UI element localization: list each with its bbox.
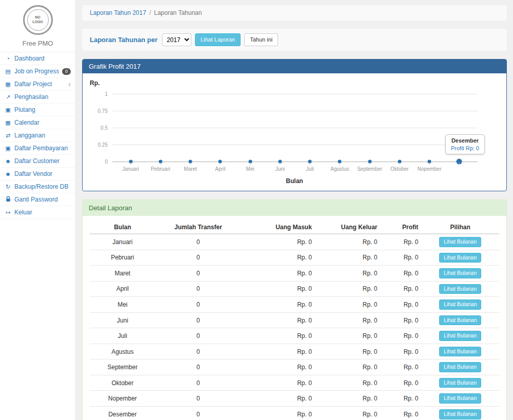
cell-pilihan: Lihat Bulanan: [421, 234, 499, 250]
cell-bulan: Juni: [90, 312, 155, 328]
detail-panel-title: Detail Laporan: [83, 200, 506, 216]
cell-uang-keluar: Rp. 0: [315, 407, 381, 420]
calendar-icon: ▦: [5, 120, 11, 126]
sidebar-item-label: Ganti Password: [14, 196, 58, 203]
cell-uang-masuk: Rp. 0: [241, 344, 315, 359]
y-axis-title: Rp.: [90, 79, 499, 87]
breadcrumb-separator: /: [149, 9, 151, 16]
cell-uang-keluar: Rp. 0: [315, 344, 381, 359]
cell-uang-keluar: Rp. 0: [315, 266, 381, 282]
tahun-ini-button[interactable]: Tahun ini: [244, 33, 278, 46]
table-row: April0Rp. 0Rp. 0Rp. 0Lihat Bulanan: [90, 281, 499, 297]
x-tick-mark: [459, 163, 460, 165]
sidebar-item-daftar-pembayaran[interactable]: ▣Daftar Pembayaran: [0, 142, 75, 155]
cell-profit: Rp. 0: [381, 407, 422, 420]
cell-bulan: Oktober: [90, 375, 155, 391]
sidebar-item-label: Daftar Customer: [14, 157, 60, 165]
x-tick-mark: [399, 163, 400, 165]
sidebar-item-daftar-project[interactable]: ▦Daftar Project‹: [0, 78, 75, 91]
lihat-bulanan-button[interactable]: Lihat Bulanan: [439, 284, 481, 294]
filter-label: Laporan Tahunan per: [90, 36, 157, 44]
brand-name: Free PMO: [0, 39, 75, 47]
cell-profit: Rp. 0: [381, 359, 422, 375]
gridline: [112, 111, 478, 111]
cell-profit: Rp. 0: [381, 328, 422, 344]
logo: NO LOGO: [23, 5, 53, 35]
lihat-bulanan-button[interactable]: Lihat Bulanan: [439, 347, 481, 357]
gridline: [112, 94, 478, 94]
sidebar: NO LOGO Free PMO ◔Dashboard▤Job on Progr…: [0, 0, 76, 420]
sidebar-item-langganan[interactable]: ⇄Langganan: [0, 129, 75, 142]
y-tick-label: 0.25: [98, 142, 108, 148]
cell-uang-keluar: Rp. 0: [315, 359, 381, 375]
cell-bulan: April: [90, 281, 155, 297]
cell-pilihan: Lihat Bulanan: [421, 266, 499, 282]
x-tick-mark: [340, 163, 340, 165]
sidebar-item-daftar-vendor[interactable]: ☻Daftar Vendor: [0, 168, 75, 181]
cell-jumlah-transfer: 0: [155, 250, 242, 266]
sidebar-item-job-on-progress[interactable]: ▤Job on Progress0: [0, 65, 75, 78]
cell-bulan: September: [90, 359, 155, 375]
x-tick-mark: [429, 163, 430, 165]
y-tick-label: 0: [105, 159, 108, 165]
chart-plot-area: Desember Profit Rp: 0 00.250.50.751: [112, 94, 478, 162]
breadcrumb-link[interactable]: Laporan Tahun 2017: [90, 9, 146, 16]
lihat-bulanan-button[interactable]: Lihat Bulanan: [439, 378, 481, 388]
chart-panel-body: Rp. Desember Profit Rp: 0 00.250.50.751 …: [83, 73, 506, 191]
cell-profit: Rp. 0: [381, 234, 422, 250]
x-tick-mark: [280, 163, 280, 165]
lihat-bulanan-button[interactable]: Lihat Bulanan: [439, 331, 481, 341]
cell-jumlah-transfer: 0: [155, 344, 242, 359]
lihat-bulanan-button[interactable]: Lihat Bulanan: [439, 268, 481, 278]
cell-jumlah-transfer: 0: [155, 375, 242, 391]
cell-profit: Rp. 0: [381, 391, 422, 407]
cell-uang-keluar: Rp. 0: [315, 391, 381, 407]
x-tick-mark: [310, 163, 310, 165]
sidebar-item-dashboard[interactable]: ◔Dashboard: [0, 52, 75, 65]
col-header-profit: Profit: [381, 221, 422, 234]
table-row: Oktober0Rp. 0Rp. 0Rp. 0Lihat Bulanan: [90, 375, 499, 391]
users-icon: ☻: [5, 158, 11, 164]
sidebar-item-ganti-password[interactable]: Ganti Password: [0, 193, 75, 206]
cell-profit: Rp. 0: [381, 312, 422, 328]
sidebar-item-daftar-customer[interactable]: ☻Daftar Customer: [0, 155, 75, 168]
x-tick-label: Agustus: [330, 166, 349, 172]
sidebar-item-penghasilan[interactable]: ↗Penghasilan: [0, 91, 75, 104]
cell-uang-masuk: Rp. 0: [241, 359, 315, 375]
report-table: Bulan Jumlah Transfer Uang Masuk Uang Ke…: [90, 221, 499, 420]
cell-bulan: Mei: [90, 297, 155, 313]
cell-bulan: Desember: [90, 407, 155, 420]
x-axis-line: [112, 162, 478, 162]
x-tick-label: April: [215, 166, 225, 172]
cell-profit: Rp. 0: [381, 375, 422, 391]
cell-uang-masuk: Rp. 0: [241, 391, 315, 407]
table-row: Maret0Rp. 0Rp. 0Rp. 0Lihat Bulanan: [90, 266, 499, 282]
logo-text: NO LOGO: [27, 9, 49, 31]
col-header-uang-keluar: Uang Keluar: [315, 221, 381, 234]
lihat-bulanan-button[interactable]: Lihat Bulanan: [439, 409, 481, 419]
lihat-bulanan-button[interactable]: Lihat Bulanan: [439, 393, 481, 404]
dashboard-icon: ◔: [5, 56, 11, 62]
tooltip-month: Desember: [451, 137, 479, 144]
lihat-bulanan-button[interactable]: Lihat Bulanan: [439, 253, 481, 263]
cell-jumlah-transfer: 0: [155, 359, 242, 375]
lihat-laporan-button[interactable]: Lihat Laporan: [195, 33, 241, 46]
x-tick-label: Pebruari: [151, 166, 170, 172]
lihat-bulanan-button[interactable]: Lihat Bulanan: [439, 315, 481, 326]
sidebar-item-calendar[interactable]: ▦Calendar: [0, 116, 75, 129]
lihat-bulanan-button[interactable]: Lihat Bulanan: [439, 362, 481, 372]
cell-uang-masuk: Rp. 0: [241, 266, 315, 282]
cell-bulan: Nopember: [90, 391, 155, 407]
sidebar-item-backup-restore-db[interactable]: ↻Backup/Restore DB: [0, 181, 75, 193]
sidebar-item-keluar[interactable]: ↦Keluar: [0, 206, 75, 219]
cell-uang-keluar: Rp. 0: [315, 250, 381, 266]
year-select[interactable]: 2017: [162, 33, 191, 46]
cell-pilihan: Lihat Bulanan: [421, 312, 499, 328]
sidebar-item-piutang[interactable]: ▣Piutang: [0, 104, 75, 116]
lihat-bulanan-button[interactable]: Lihat Bulanan: [439, 299, 481, 310]
payment-icon: ▣: [5, 146, 11, 151]
table-row: Mei0Rp. 0Rp. 0Rp. 0Lihat Bulanan: [90, 297, 499, 313]
lihat-bulanan-button[interactable]: Lihat Bulanan: [439, 237, 481, 247]
users-icon: ☻: [5, 171, 11, 177]
cell-uang-masuk: Rp. 0: [241, 234, 315, 250]
